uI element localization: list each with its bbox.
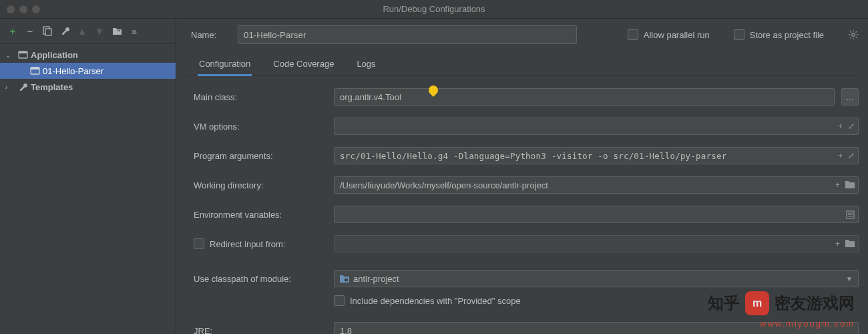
wrench-icon <box>17 81 28 92</box>
vm-options-label: VM options: <box>194 122 334 132</box>
tree-label: Templates <box>31 82 73 92</box>
tree-node-hello-parser[interactable]: 01-Hello-Parser <box>0 63 176 79</box>
tab-code-coverage[interactable]: Code Coverage <box>272 53 335 75</box>
gear-icon[interactable] <box>848 29 859 40</box>
tree-node-application[interactable]: ⌄ Application <box>0 47 176 63</box>
sidebar-toolbar: + − ▲ ▼ » <box>0 19 176 44</box>
env-vars-input[interactable] <box>334 206 859 223</box>
folder-open-icon <box>112 26 122 36</box>
env-vars-label: Environment variables: <box>194 210 334 220</box>
minimize-dot[interactable] <box>19 5 27 13</box>
window-title: Run/Debug Configurations <box>383 4 485 14</box>
chevron-down-icon: ▼ <box>846 275 853 283</box>
tabs: Configuration Code Coverage Logs <box>186 53 859 76</box>
name-label: Name: <box>186 30 226 40</box>
more-toolbar-button[interactable]: » <box>127 24 142 39</box>
svg-point-6 <box>852 33 855 36</box>
insert-macro-icon[interactable]: + <box>838 122 843 131</box>
tab-logs[interactable]: Logs <box>355 53 377 75</box>
include-provided-checkbox[interactable] <box>334 295 345 306</box>
copy-config-button[interactable] <box>40 24 55 39</box>
tree-label: Application <box>31 50 78 60</box>
application-icon <box>17 49 28 60</box>
add-config-button[interactable]: + <box>5 24 20 39</box>
watermark: 知乎 m 密友游戏网 <box>708 291 855 315</box>
insert-macro-icon[interactable]: + <box>838 151 843 160</box>
expand-arrow-icon: ⌄ <box>5 51 15 59</box>
redirect-input-field[interactable] <box>334 235 859 253</box>
tree-label: 01-Hello-Parser <box>43 66 103 76</box>
jre-label: JRE: <box>194 326 334 335</box>
config-tree: ⌄ Application 01-Hello-Parser › Template… <box>0 44 176 95</box>
allow-parallel-checkbox[interactable]: Allow parallel run <box>628 29 710 40</box>
classpath-module-dropdown[interactable]: antlr-project ▼ <box>334 270 859 287</box>
working-dir-label: Working directory: <box>194 180 334 190</box>
content-panel: Name: Allow parallel run Store as projec… <box>176 19 868 334</box>
allow-parallel-label: Allow parallel run <box>644 30 710 40</box>
working-dir-input[interactable] <box>334 176 859 194</box>
move-up-button[interactable]: ▲ <box>75 24 89 39</box>
classpath-label: Use classpath of module: <box>194 274 334 284</box>
checkbox-icon <box>628 29 638 40</box>
include-provided-label: Include dependencies with "Provided" sco… <box>350 296 521 306</box>
svg-rect-3 <box>19 51 27 53</box>
move-down-button[interactable]: ▼ <box>92 24 107 39</box>
store-project-label: Store as project file <box>750 30 824 40</box>
main-class-label: Main class: <box>194 92 334 102</box>
classpath-module-value: antlr-project <box>353 274 399 284</box>
store-project-checkbox[interactable]: Store as project file <box>734 29 824 40</box>
svg-rect-8 <box>345 279 348 281</box>
main-class-input[interactable] <box>334 88 835 106</box>
insert-macro-icon[interactable]: + <box>835 239 840 248</box>
edit-templates-button[interactable] <box>57 24 72 39</box>
program-args-input[interactable] <box>334 147 859 164</box>
zoom-dot[interactable] <box>32 5 40 13</box>
window-titlebar: Run/Debug Configurations <box>0 0 868 19</box>
browse-folder-icon[interactable] <box>845 180 855 190</box>
expand-field-icon[interactable]: ⤢ <box>848 122 855 131</box>
save-temp-button[interactable] <box>110 24 124 39</box>
edit-list-icon[interactable] <box>846 210 855 219</box>
svg-rect-1 <box>45 29 51 35</box>
close-dot[interactable] <box>7 5 15 13</box>
collapse-arrow-icon: › <box>5 84 15 91</box>
module-folder-icon <box>340 275 349 283</box>
browse-folder-icon[interactable] <box>845 239 855 248</box>
window-controls[interactable] <box>7 5 40 13</box>
svg-rect-5 <box>31 67 39 69</box>
watermark-brand: 知乎 <box>708 293 740 314</box>
tab-configuration[interactable]: Configuration <box>198 53 252 75</box>
wrench-icon <box>60 26 70 36</box>
expand-field-icon[interactable]: ⤢ <box>848 151 855 160</box>
vm-options-input[interactable] <box>334 118 859 135</box>
program-args-label: Program arguments: <box>194 151 334 161</box>
watermark-logo-icon: m <box>745 291 769 315</box>
remove-config-button[interactable]: − <box>23 24 37 39</box>
application-icon <box>29 65 40 76</box>
watermark-url: www.miyougm.com <box>760 319 855 329</box>
sidebar: + − ▲ ▼ » ⌄ Application <box>0 19 176 334</box>
checkbox-icon <box>734 29 744 40</box>
redirect-input-label: Redirect input from: <box>210 239 285 249</box>
redirect-input-checkbox[interactable] <box>194 238 204 249</box>
insert-macro-icon[interactable]: + <box>835 180 840 190</box>
copy-icon <box>43 26 53 36</box>
name-input[interactable] <box>238 25 577 44</box>
tree-node-templates[interactable]: › Templates <box>0 79 176 95</box>
browse-main-class-button[interactable]: … <box>841 88 859 106</box>
jre-value: 1.8 <box>340 326 352 335</box>
watermark-site: 密友游戏网 <box>775 293 855 314</box>
